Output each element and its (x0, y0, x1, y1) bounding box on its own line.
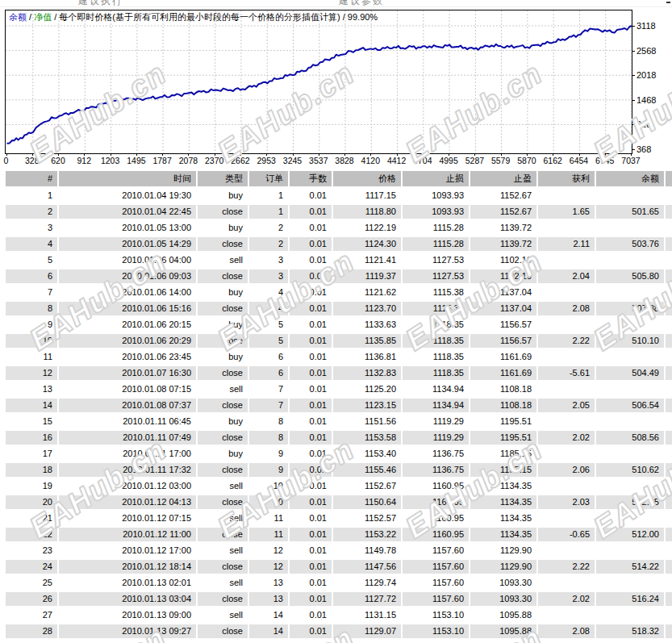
table-row[interactable]: 122010.01.07 16:30close60.011132.831118.… (6, 365, 672, 382)
table-header-spacer (666, 171, 672, 188)
table-row[interactable]: 32010.01.05 13:00buy20.011122.191115.281… (6, 220, 672, 236)
table-row[interactable]: 272010.01.13 09:00sell140.011131.151153.… (6, 608, 672, 624)
table-cell: 501.65 (596, 204, 664, 220)
table-cell: 0.01 (290, 511, 332, 527)
table-cell: 0.01 (290, 398, 332, 414)
table-cell (538, 575, 595, 591)
table-cell (666, 253, 672, 269)
table-cell (666, 236, 672, 253)
table-header-cell: 余额 (596, 171, 664, 188)
table-cell: 16 (6, 430, 57, 446)
table-cell: close (198, 301, 248, 317)
table-cell: 2010.01.05 13:00 (59, 220, 196, 236)
table-header-cell: 价格 (333, 171, 401, 188)
table-cell: 1157.60 (403, 543, 469, 559)
table-cell: 2010.01.11 06:45 (59, 414, 196, 430)
table-row[interactable]: 262010.01.13 03:04close130.011127.721157… (6, 591, 672, 608)
table-row[interactable]: 152010.01.11 06:45buy80.011151.561119.29… (6, 414, 672, 430)
table-cell: 1153.10 (403, 608, 469, 624)
table-cell: 2010.01.11 07:49 (59, 430, 196, 446)
table-cell: 1160.95 (403, 511, 469, 527)
table-cell: 503.76 (596, 236, 664, 253)
table-cell (538, 414, 595, 430)
table-cell: 6 (249, 349, 288, 365)
table-cell: 1102.19 (470, 269, 536, 285)
table-row[interactable]: 112010.01.06 23:45buy60.011136.811118.35… (6, 349, 672, 365)
table-cell: 0.01 (290, 236, 332, 253)
table-cell (596, 414, 664, 430)
table-row[interactable]: 192010.01.12 03:00sell100.011152.671160.… (6, 478, 672, 495)
table-row[interactable]: 162010.01.11 07:49close80.011153.581119.… (6, 430, 672, 446)
table-cell: 5 (249, 333, 288, 349)
table-row[interactable]: 12010.01.04 19:30buy10.011117.151093.931… (6, 188, 672, 204)
table-cell: 13 (249, 591, 288, 608)
table-row[interactable]: 252010.01.13 02:01sell130.011129.741157.… (6, 575, 672, 591)
table-cell: 0.01 (290, 382, 332, 398)
table-cell (666, 527, 672, 543)
table-cell: 7 (249, 382, 288, 398)
table-row[interactable]: 242010.01.12 18:14close120.011147.561157… (6, 559, 672, 575)
table-cell: buy (198, 317, 248, 333)
table-row[interactable]: 142010.01.08 07:37close70.011123.151134.… (6, 398, 672, 414)
table-row[interactable]: 92010.01.06 20:15buy50.011133.631118.351… (6, 317, 672, 333)
table-row[interactable]: 82010.01.06 15:16close40.011123.701115.3… (6, 301, 672, 317)
table-row[interactable]: 232010.01.12 17:00sell120.011149.781157.… (6, 543, 672, 559)
table-cell: 1.65 (538, 204, 595, 220)
table-row[interactable]: 222010.01.12 11:00close110.011153.221160… (6, 527, 672, 543)
table-row[interactable]: 52010.01.06 04:00sell30.011121.411127.53… (6, 253, 672, 269)
table-cell: 1152.67 (470, 204, 536, 220)
table-cell: 1134.35 (470, 511, 536, 527)
table-cell: 4 (249, 301, 288, 317)
table-cell (666, 624, 672, 640)
table-row[interactable]: 182010.01.11 17:32close90.011155.461136.… (6, 462, 672, 478)
table-cell: 1118.35 (403, 333, 469, 349)
table-row[interactable]: 212010.01.12 07:15sell110.011152.571160.… (6, 511, 672, 527)
table-row[interactable]: 72010.01.06 14:00buy40.011121.621115.381… (6, 285, 672, 301)
table-cell: 0.01 (290, 365, 332, 382)
table-cell: 20 (6, 495, 57, 511)
table-cell: close (198, 365, 248, 382)
table-cell: 1156.57 (470, 317, 536, 333)
table-cell: close (198, 269, 248, 285)
y-axis-label: 1468 (637, 95, 656, 105)
table-cell: 2010.01.13 09:27 (59, 624, 196, 640)
table-row[interactable]: 282010.01.13 09:27close140.011129.071153… (6, 624, 672, 640)
table-cell: 4 (249, 285, 288, 301)
table-cell: close (198, 462, 248, 478)
table-row[interactable]: 42010.01.05 14:29close20.011124.301115.2… (6, 236, 672, 253)
table-cell: buy (198, 188, 248, 204)
table-cell: 1 (249, 188, 288, 204)
table-cell: 1147.56 (333, 559, 401, 575)
table-cell: 1152.57 (333, 511, 401, 527)
table-row[interactable]: 102010.01.06 20:29close50.011135.851118.… (6, 333, 672, 349)
table-cell (666, 608, 672, 624)
table-row[interactable]: 202010.01.12 04:13close100.011150.641160… (6, 495, 672, 511)
table-cell: 2010.01.06 09:03 (59, 269, 196, 285)
table-cell: 1195.51 (470, 414, 536, 430)
table-cell: 1157.60 (403, 591, 469, 608)
table-cell: 14 (249, 624, 288, 640)
legend-separator: / (340, 12, 348, 22)
table-cell (666, 575, 672, 591)
table-row[interactable]: 22010.01.04 22:45close10.011118.801093.9… (6, 204, 672, 220)
table-header-cell: 时间 (59, 171, 196, 188)
table-row[interactable]: 172010.01.11 17:00buy90.011153.401136.75… (6, 446, 672, 462)
table-row[interactable]: 62010.01.06 09:03close30.011119.371127.5… (6, 269, 672, 285)
table-cell: -5.61 (538, 365, 595, 382)
table-cell: sell (198, 382, 248, 398)
table-cell: 1131.15 (333, 608, 401, 624)
table-cell: 1157.60 (403, 575, 469, 591)
table-cell: 507.88 (596, 301, 664, 317)
table-row[interactable]: 132010.01.08 07:15sell70.011125.201134.9… (6, 382, 672, 398)
table-cell: 0.01 (290, 608, 332, 624)
table-cell: close (198, 591, 248, 608)
table-cell: 2010.01.06 15:16 (59, 301, 196, 317)
table-cell: 1127.53 (403, 253, 469, 269)
table-cell: 1152.67 (333, 478, 401, 495)
table-cell (596, 253, 664, 269)
y-axis-tick (632, 124, 635, 125)
table-cell (666, 398, 672, 414)
table-cell: 1 (249, 204, 288, 220)
table-cell: 10 (6, 333, 57, 349)
table-cell (538, 220, 595, 236)
